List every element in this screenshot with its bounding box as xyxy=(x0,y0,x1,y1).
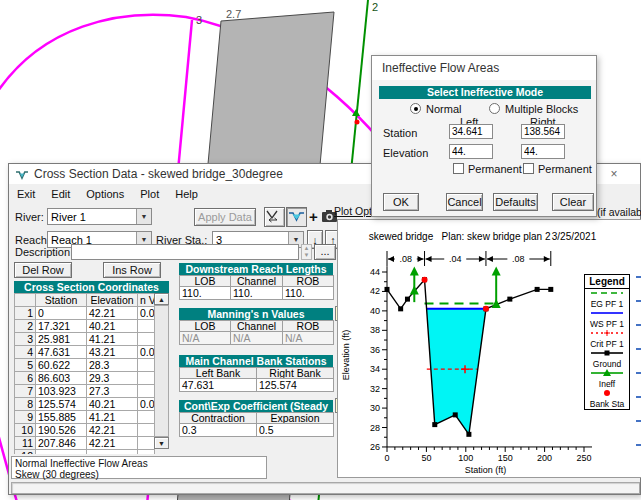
del-row-button[interactable]: Del Row xyxy=(14,262,72,278)
coords-header-row: Station Elevation n Val xyxy=(15,294,155,307)
elevation-cell[interactable]: 42.21 xyxy=(87,307,138,320)
scroll-down-icon[interactable]: ▼ xyxy=(154,437,169,449)
description-input[interactable] xyxy=(71,244,299,260)
elevation-cell[interactable]: 40.21 xyxy=(87,398,138,411)
xs-arrows-icon xyxy=(265,208,284,224)
left-bank-value[interactable]: 47.631 xyxy=(179,378,257,392)
nval-cell[interactable] xyxy=(138,450,155,455)
svg-text:40: 40 xyxy=(370,306,380,316)
expansion-value[interactable]: 0.5 xyxy=(257,423,334,437)
rob-value[interactable]: 110. xyxy=(283,286,334,300)
elevation-right-input[interactable] xyxy=(521,144,565,159)
rob-n-value[interactable]: N/A xyxy=(283,331,334,345)
xs-label-3: 3 xyxy=(196,14,202,26)
multiple-blocks-radio[interactable] xyxy=(489,103,500,114)
nval-cell[interactable] xyxy=(138,437,155,450)
legend-entry: WS PF 1 xyxy=(585,309,629,329)
table-scrollbar[interactable] xyxy=(154,305,169,437)
ok-button[interactable]: OK xyxy=(383,193,419,211)
elevation-cell[interactable]: 42.21 xyxy=(87,424,138,437)
lob-n-value[interactable]: N/A xyxy=(179,331,231,345)
normal-radio-label[interactable]: Normal xyxy=(426,103,461,115)
station-cell[interactable]: 25.981 xyxy=(36,333,87,346)
elevation-cell[interactable]: 29.3 xyxy=(87,372,138,385)
nval-cell[interactable]: 0.08 xyxy=(138,307,155,320)
plot-cross-section-icon-button[interactable] xyxy=(286,207,307,227)
table-row: 560.62228.3 xyxy=(15,359,155,372)
nval-cell[interactable]: 0.08 xyxy=(138,398,155,411)
lob-value[interactable]: 110. xyxy=(179,286,231,300)
station-cell[interactable]: 86.603 xyxy=(36,372,87,385)
nval-cell[interactable] xyxy=(138,411,155,424)
interpolate-xs-icon-button[interactable] xyxy=(264,207,285,227)
multiple-blocks-label[interactable]: Multiple Blocks xyxy=(505,103,578,115)
legend-label: WS PF 1 xyxy=(587,319,627,329)
elevation-cell[interactable]: 28.3 xyxy=(87,359,138,372)
station-cell[interactable]: 125.574 xyxy=(36,398,87,411)
description-spinner[interactable]: ▲▼ xyxy=(301,244,312,260)
nval-cell[interactable] xyxy=(138,359,155,372)
nval-cell[interactable] xyxy=(138,424,155,437)
elevation-cell[interactable]: 43.21 xyxy=(87,346,138,359)
elevation-cell[interactable]: 40.21 xyxy=(87,320,138,333)
station-cell[interactable]: 190.526 xyxy=(36,424,87,437)
station-cell[interactable]: 60.622 xyxy=(36,359,87,372)
station-right-input[interactable] xyxy=(521,124,565,139)
station-cell[interactable] xyxy=(36,450,87,455)
description-expand-button[interactable]: ... xyxy=(314,244,336,260)
dialog-titlebar[interactable]: Ineffective Flow Areas xyxy=(372,56,596,80)
coords-table: Station Elevation n Val 1042.210.08217.3… xyxy=(14,293,155,454)
bank-station-dot xyxy=(355,120,360,125)
elevation-cell[interactable]: 42.21 xyxy=(87,437,138,450)
scroll-up-icon[interactable]: ▲ xyxy=(154,293,169,305)
permanent-right-checkbox[interactable] xyxy=(523,163,534,174)
cancel-button[interactable]: Cancel xyxy=(446,193,483,211)
elevation-left-input[interactable] xyxy=(449,144,493,159)
svg-text:34: 34 xyxy=(370,364,380,374)
legend-label: Ineff xyxy=(587,379,627,389)
elevation-cell[interactable]: 27.3 xyxy=(87,385,138,398)
defaults-button[interactable]: Defaults xyxy=(493,193,538,211)
menu-options[interactable]: Options xyxy=(78,186,132,202)
normal-radio[interactable] xyxy=(410,103,421,114)
table-row: 686.60329.3 xyxy=(15,372,155,385)
nval-cell[interactable] xyxy=(138,385,155,398)
station-cell[interactable]: 103.923 xyxy=(36,385,87,398)
contraction-value[interactable]: 0.3 xyxy=(179,423,257,437)
channel-n-value[interactable]: N/A xyxy=(231,331,283,345)
station-cell[interactable]: 0 xyxy=(36,307,87,320)
menu-help[interactable]: Help xyxy=(167,186,206,202)
right-bank-value[interactable]: 125.574 xyxy=(257,378,334,392)
menu-plot[interactable]: Plot xyxy=(132,186,167,202)
bank-stations-title: Main Channel Bank Stations xyxy=(179,355,333,367)
ineffective-flow-areas-dialog: Ineffective Flow Areas Select Ineffectiv… xyxy=(371,55,597,217)
station-cell[interactable]: 155.885 xyxy=(36,411,87,424)
elevation-cell[interactable]: 41.21 xyxy=(87,411,138,424)
nval-cell[interactable] xyxy=(138,333,155,346)
nval-cell[interactable] xyxy=(138,372,155,385)
station-cell[interactable]: 207.846 xyxy=(36,437,87,450)
chevron-down-icon[interactable]: ▼ xyxy=(136,209,151,224)
window-close-icon[interactable]: × xyxy=(605,167,623,182)
permanent-left-checkbox[interactable] xyxy=(453,163,464,174)
add-icon[interactable]: + xyxy=(309,208,318,225)
station-cell[interactable]: 47.631 xyxy=(36,346,87,359)
permanent-right-label[interactable]: Permanent xyxy=(538,163,592,175)
channel-value[interactable]: 110. xyxy=(231,286,283,300)
elevation-cell[interactable]: 41.21 xyxy=(87,333,138,346)
elevation-cell[interactable] xyxy=(87,450,138,455)
legend-title: Legend xyxy=(585,275,629,289)
permanent-left-label[interactable]: Permanent xyxy=(468,163,522,175)
nval-cell[interactable] xyxy=(138,320,155,333)
apply-data-button[interactable]: Apply Data xyxy=(194,208,256,226)
menu-edit[interactable]: Edit xyxy=(43,186,78,202)
river-select[interactable]: River 1 ▼ xyxy=(47,208,152,225)
menu-exit[interactable]: Exit xyxy=(9,186,43,202)
station-label: Station xyxy=(383,127,417,139)
bridge-label: 2.7 xyxy=(226,8,241,20)
station-cell[interactable]: 17.321 xyxy=(36,320,87,333)
clear-button[interactable]: Clear xyxy=(552,193,594,211)
ins-row-button[interactable]: Ins Row xyxy=(103,262,161,278)
nval-cell[interactable]: 0.04 xyxy=(138,346,155,359)
station-left-input[interactable] xyxy=(449,124,493,139)
